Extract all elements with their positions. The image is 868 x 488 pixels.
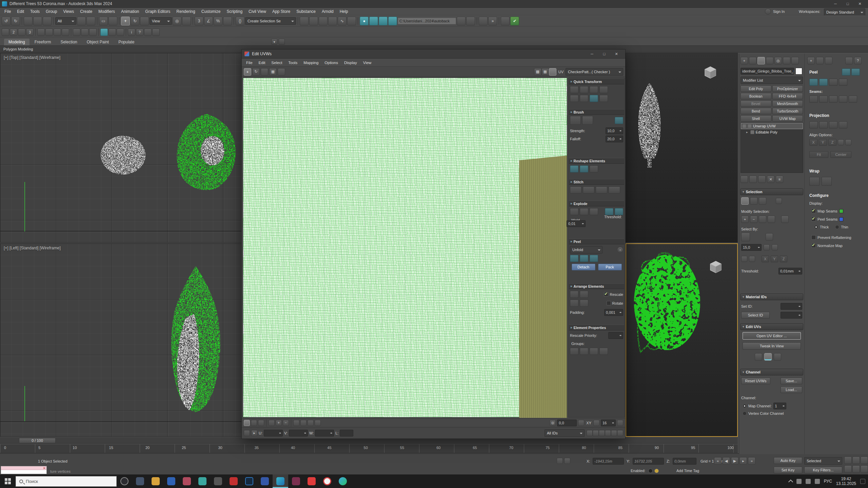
maximize-viewport-icon[interactable] — [861, 465, 868, 473]
fit-button[interactable]: Fit — [809, 151, 828, 158]
quick-peel-tool-icon[interactable] — [809, 79, 818, 86]
tree-object-green[interactable] — [172, 112, 242, 193]
go-to-end-icon[interactable] — [748, 457, 755, 465]
zoom-extents-view-icon[interactable] — [605, 430, 611, 436]
align-z-button[interactable]: Z — [828, 139, 836, 146]
panel-options-icon[interactable] — [845, 57, 853, 64]
render-production-icon[interactable] — [388, 17, 397, 25]
pan-icon[interactable] — [861, 456, 868, 464]
dialog-menu-item[interactable]: Mapping — [300, 60, 321, 66]
show-grid-icon[interactable] — [549, 68, 556, 76]
file-explorer-icon[interactable] — [148, 474, 163, 488]
dialog-maximize-icon[interactable] — [598, 50, 610, 58]
menu-item[interactable]: Civil View — [245, 8, 269, 15]
select-id-field[interactable] — [781, 312, 802, 319]
section-explode[interactable]: Explode — [569, 201, 624, 206]
axis-constraint-xy-icon[interactable] — [62, 28, 69, 36]
modifier-preset-button[interactable]: Boolean — [741, 93, 771, 99]
select-id-button[interactable]: Select ID — [741, 312, 770, 319]
axis-constraint-z-icon[interactable] — [54, 28, 61, 36]
rotation-angle-field[interactable]: 0,0 — [557, 420, 577, 426]
app-r-icon[interactable] — [257, 474, 273, 488]
lock-selection-icon[interactable] — [617, 420, 623, 426]
peel-reset-icon[interactable] — [617, 247, 623, 253]
browser-icon[interactable] — [117, 474, 132, 488]
add-time-tag[interactable]: Add Time Tag — [676, 469, 699, 473]
expand-to-seam-icon[interactable] — [839, 96, 847, 103]
planar-toggle-icon[interactable] — [764, 244, 770, 250]
seam-options-icon[interactable] — [839, 79, 847, 86]
dialog-menu-item[interactable]: File — [243, 60, 256, 66]
track-bar[interactable]: 0510152025303540455055606570758085909510… — [0, 444, 738, 453]
show-end-result-icon[interactable] — [749, 176, 757, 183]
grow-selection-icon[interactable] — [276, 420, 282, 426]
undo-icon[interactable] — [2, 17, 11, 25]
rendered-frame-window-icon[interactable] — [379, 17, 388, 25]
close-icon[interactable] — [854, 0, 866, 7]
sign-in-button[interactable]: Sign In — [765, 8, 785, 15]
modifier-preset-button[interactable]: UVW Map — [772, 115, 803, 122]
save-scene-icon[interactable] — [466, 17, 475, 25]
lock-icon[interactable] — [244, 430, 250, 436]
peel-seams-checkbox[interactable] — [811, 217, 816, 221]
l-field[interactable] — [340, 430, 353, 436]
rollout-material-ids[interactable]: Material IDs — [740, 293, 803, 300]
edge-sub-object-icon[interactable] — [750, 197, 757, 205]
tree-object-white[interactable] — [98, 133, 149, 178]
spinner-snap-icon[interactable] — [223, 17, 232, 25]
map-channel-field[interactable]: 1 — [773, 403, 786, 409]
pin-stack-icon[interactable] — [741, 176, 748, 183]
utility-app-icon[interactable] — [210, 474, 226, 488]
vertex-color-radio[interactable] — [743, 411, 747, 415]
ribbon-tab[interactable]: Populate — [114, 39, 139, 45]
language-indicator[interactable]: РУС — [824, 479, 832, 484]
edge-constraint-icon[interactable] — [73, 28, 80, 36]
curve-editor-icon[interactable] — [338, 17, 347, 25]
section-brush[interactable]: Brush — [569, 109, 624, 115]
panel-move-icon[interactable] — [807, 57, 815, 64]
menu-item[interactable]: Substance — [293, 8, 319, 15]
space-horizontal-icon[interactable] — [599, 86, 608, 93]
rearrange-icon[interactable] — [580, 300, 588, 307]
menu-item[interactable]: Rendering — [173, 8, 198, 15]
load-uvws-button[interactable]: Load... — [781, 386, 802, 393]
tweak-in-view-button[interactable]: Tweak In View — [743, 342, 801, 350]
select-by-smooth-group-icon[interactable] — [749, 256, 755, 262]
modifier-stack[interactable]: Unwrap UVW Editable Poly — [741, 123, 803, 173]
checker-tiling-icon[interactable] — [541, 68, 549, 76]
uv-edge-mode-icon[interactable] — [251, 420, 257, 426]
stitch-custom-icon[interactable] — [570, 186, 581, 194]
window-crossing-icon[interactable] — [108, 17, 117, 25]
modifier-preset-button[interactable]: ProOptimizer — [772, 85, 803, 92]
uv-scale-icon[interactable] — [261, 68, 268, 76]
brush-falloff-field[interactable]: 20,0 — [606, 136, 623, 142]
group-create-icon[interactable] — [570, 348, 578, 355]
convert-edge-to-seam-icon[interactable] — [829, 96, 837, 103]
show-map-icon[interactable] — [534, 68, 541, 76]
quick-peel-map-icon[interactable] — [764, 353, 772, 361]
section-arrange-elements[interactable]: Arrange Elements — [569, 283, 624, 289]
ribbon-toggle-icon[interactable] — [328, 17, 337, 25]
axis-constraint-y-icon[interactable] — [45, 28, 53, 36]
straighten-selection-icon[interactable] — [570, 165, 578, 172]
auto-key-button[interactable]: Auto Key — [774, 457, 802, 464]
section-element-properties[interactable]: Element Properties — [569, 325, 624, 330]
spherical-map-icon[interactable] — [829, 121, 837, 128]
paint-deform-icon[interactable] — [108, 28, 116, 36]
maximize-icon[interactable] — [842, 0, 854, 7]
dialog-menu-item[interactable]: Options — [321, 60, 341, 66]
yandex-icon[interactable] — [304, 474, 319, 488]
acrobat-icon[interactable] — [226, 474, 241, 488]
menu-item[interactable]: Tools — [27, 8, 43, 15]
visibility-bulb-icon[interactable] — [742, 124, 746, 128]
ignore-backfacing-icon[interactable] — [315, 420, 321, 426]
make-rectangular-icon[interactable] — [580, 165, 588, 172]
peel-reset-icon[interactable] — [842, 68, 850, 76]
peel-seam-color-swatch[interactable] — [839, 217, 843, 221]
maxscript-mini-listener[interactable]: ✕ — [1, 466, 47, 474]
object-name-field[interactable]: idenhair_Ginkgo_Biloba_Tree_04 — [741, 68, 794, 75]
clear-seams-icon[interactable] — [849, 96, 857, 103]
angle-toggle-icon[interactable] — [772, 244, 778, 250]
planar-map-icon[interactable] — [809, 121, 818, 128]
next-frame-icon[interactable] — [739, 457, 747, 465]
